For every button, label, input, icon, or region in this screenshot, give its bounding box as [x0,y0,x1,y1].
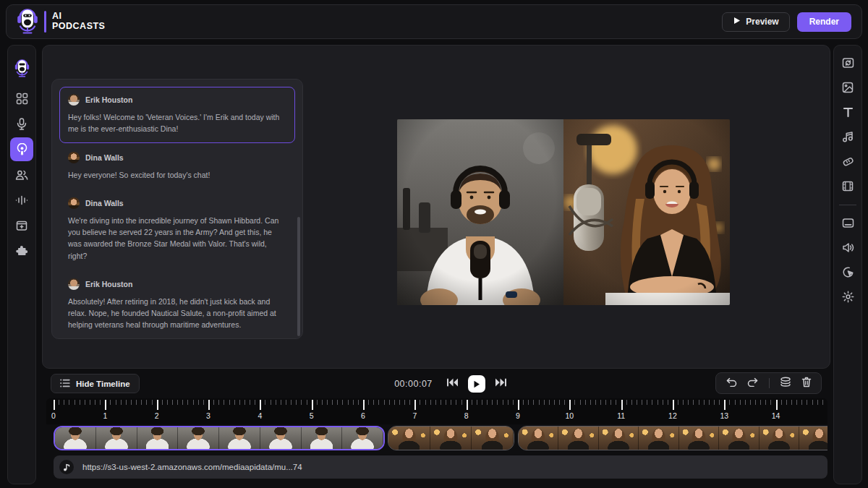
clip-thumbnail [178,427,219,449]
sidebar-item-image[interactable] [836,76,859,99]
sidebar-item-microphone[interactable] [10,112,33,136]
sidebar-item-podcast[interactable] [10,137,33,161]
speaker-avatar [68,152,80,163]
clip-thumbnail [302,427,343,449]
box-plus-icon [16,220,27,231]
clip-thumbnail [342,427,383,449]
video-preview[interactable] [397,119,730,305]
message-text: Hey folks! Welcome to 'Veteran Voices.' … [68,111,286,135]
edit-controls [715,372,822,394]
sidebar-item-text[interactable] [836,100,859,124]
clip-thumbnail [137,427,179,449]
music-note-icon [59,460,74,474]
clip-thumbnail [639,427,678,450]
timeline-clip[interactable] [518,426,827,450]
timeline-ruler[interactable]: 01234567891011121314 [46,398,827,424]
sidebar-item-captions[interactable] [836,211,859,234]
podcast-icon [16,143,28,155]
skip-back-button[interactable] [446,377,459,390]
sidebar-item-volume[interactable] [836,236,859,259]
speaker-avatar [68,197,80,209]
edit-divider [769,378,770,388]
transcript-message[interactable]: Erik HoustonHey folks! Welcome to 'Veter… [59,87,295,143]
speaker-name: Dina Walls [85,199,124,207]
play-button[interactable] [468,375,485,393]
clips-row [46,426,827,450]
apps-grid-icon [16,93,28,105]
sidebar-item-waveform[interactable] [10,188,33,212]
microphone-icon [16,118,27,130]
sidebar-item-settings[interactable] [836,285,859,308]
music-note-icon [842,131,854,142]
list-icon [60,379,70,389]
sidebar-divider [839,205,856,205]
transcript-message[interactable]: Dina WallsWe're diving into the incredib… [59,190,295,270]
speaker-avatar [68,278,80,290]
clip-thumbnail [599,427,639,450]
puzzle-icon [16,245,27,257]
timeline-toolbar: Hide Timeline 00:00:07 [42,374,830,394]
captions-icon [842,218,854,228]
preview-button[interactable]: Preview [722,12,789,32]
clip-thumbnail [55,427,96,449]
message-text: Absolutely! After retiring in 2018, he d… [68,296,286,331]
right-sidebar [833,45,862,484]
sidebar-item-media[interactable] [836,51,859,74]
brand-divider [44,11,46,33]
clip-thumbnail [260,427,302,449]
message-text: We're diving into the incredible journey… [68,215,286,262]
sidebar-item-speakers[interactable] [10,163,33,187]
transcript-panel: Erik HoustonHey folks! Welcome to 'Veter… [51,79,303,339]
skip-forward-button[interactable] [495,377,507,390]
sidebar-item-film[interactable] [836,174,859,197]
sidebar-item-brand-logo[interactable] [10,56,33,80]
brand-name: AI PODCASTS [52,12,105,32]
clip-thumbnail [760,427,799,450]
header-actions: Preview Render [722,12,851,32]
left-sidebar [7,45,36,484]
speaker-name: Dina Walls [85,153,124,162]
sidebar-item-plugins[interactable] [10,239,33,262]
mic-mascot-icon [17,7,38,37]
speaker-name: Erik Houston [85,280,132,288]
film-icon [842,181,854,192]
sidebar-item-interact[interactable] [836,260,859,283]
audio-track[interactable]: https://s3-us-west-2.amazonaws.com/media… [54,455,827,479]
timeline-clip[interactable] [388,426,514,450]
transcript-scrollbar[interactable] [297,217,300,336]
clip-thumbnail [430,427,472,450]
clip-thumbnail [472,427,514,450]
preview-host-dina [563,119,730,305]
sidebar-item-media-box[interactable] [10,213,33,237]
transcript-message[interactable]: Erik HoustonAbsolutely! After retiring i… [59,271,295,339]
speaker-avatar [68,94,80,106]
sticker-icon [842,155,854,168]
undo-button[interactable] [726,377,737,390]
people-icon [15,169,28,181]
media-swap-icon [842,57,854,69]
render-button[interactable]: Render [797,12,851,32]
clip-thumbnail [558,427,598,450]
hide-timeline-button[interactable]: Hide Timeline [51,374,140,393]
delete-button[interactable] [801,377,812,390]
play-icon [733,17,741,27]
sidebar-item-sticker[interactable] [836,150,859,173]
preview-host-erik [397,119,563,305]
waveform-icon [15,194,28,206]
clip-thumbnail [799,427,827,450]
clip-thumbnail [519,427,558,450]
speaker-name: Erik Houston [85,95,132,104]
redo-button[interactable] [747,377,759,390]
editor-canvas: Erik HoustonHey folks! Welcome to 'Veter… [42,45,830,369]
clip-thumbnail [388,427,430,450]
text-icon [843,107,854,118]
transcript-message[interactable]: Dina WallsHey everyone! So excited for t… [59,145,295,189]
speaker-icon [842,242,854,253]
layers-button[interactable] [780,377,791,390]
transcript-list: Erik HoustonHey folks! Welcome to 'Veter… [59,87,295,339]
gear-icon [842,291,854,303]
timeline-clip[interactable] [54,426,385,450]
brand-logo: AI PODCASTS [17,7,105,37]
sidebar-item-apps[interactable] [10,87,33,111]
sidebar-item-music[interactable] [836,125,859,148]
